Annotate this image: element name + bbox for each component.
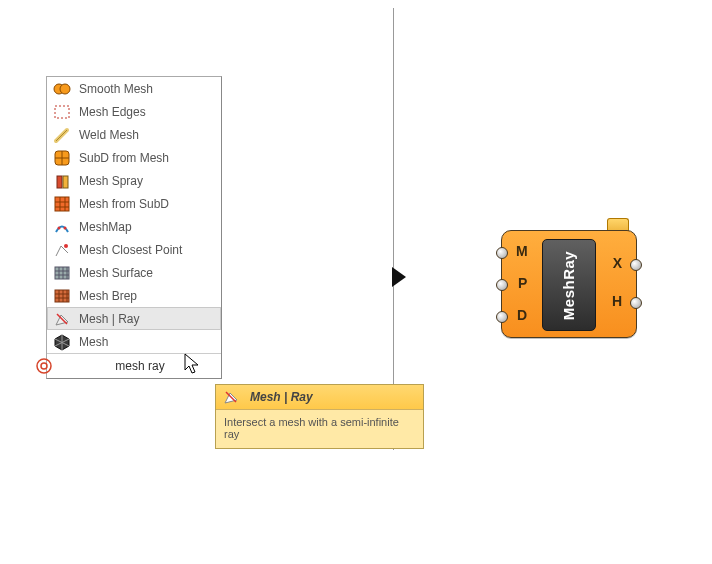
menu-item-mesh-ray[interactable]: Mesh | Ray: [47, 307, 221, 330]
component-search-menu: Smooth Mesh Mesh Edges Weld Mesh SubD fr…: [46, 76, 222, 379]
svg-rect-2: [55, 106, 69, 118]
menu-item-label: Mesh from SubD: [79, 197, 169, 211]
weld-mesh-icon: [53, 126, 71, 144]
port-in-p: P: [518, 275, 527, 291]
meshmap-icon: [53, 218, 71, 236]
tooltip-header: Mesh | Ray: [216, 385, 423, 410]
menu-item-label: Weld Mesh: [79, 128, 139, 142]
menu-item-label: Mesh Closest Point: [79, 243, 182, 257]
tooltip-title: Mesh | Ray: [250, 390, 313, 404]
subd-from-mesh-icon: [53, 149, 71, 167]
svg-rect-4: [57, 176, 62, 188]
grip-in-m[interactable]: [496, 247, 508, 259]
mesh-surface-icon: [53, 264, 71, 282]
port-in-d: D: [517, 307, 527, 323]
menu-item-mesh-spray[interactable]: Mesh Spray: [47, 169, 221, 192]
menu-item-mesh-brep[interactable]: Mesh Brep: [47, 284, 221, 307]
menu-item-label: SubD from Mesh: [79, 151, 169, 165]
menu-item-label: Mesh Brep: [79, 289, 137, 303]
grip-out-x[interactable]: [630, 259, 642, 271]
port-in-m: M: [516, 243, 528, 259]
menu-item-label: Mesh Spray: [79, 174, 143, 188]
menu-item-mesh[interactable]: Mesh: [47, 330, 221, 353]
search-row: [47, 353, 221, 378]
grip-out-h[interactable]: [630, 297, 642, 309]
port-out-x: X: [613, 255, 622, 271]
node-body[interactable]: M P D X H MeshRay: [501, 230, 637, 338]
search-input[interactable]: [59, 356, 221, 376]
smooth-mesh-icon: [53, 80, 71, 98]
menu-item-subd-from-mesh[interactable]: SubD from Mesh: [47, 146, 221, 169]
menu-item-weld-mesh[interactable]: Weld Mesh: [47, 123, 221, 146]
mesh-closest-point-icon: [53, 241, 71, 259]
tooltip-body: Intersect a mesh with a semi-infinite ra…: [216, 410, 423, 448]
mesh-spray-icon: [53, 172, 71, 190]
meshray-node[interactable]: M P D X H MeshRay: [501, 230, 637, 338]
tooltip: Mesh | Ray Intersect a mesh with a semi-…: [215, 384, 424, 449]
mesh-from-subd-icon: [53, 195, 71, 213]
svg-rect-5: [63, 176, 68, 188]
menu-item-mesh-surface[interactable]: Mesh Surface: [47, 261, 221, 284]
svg-point-1: [60, 84, 70, 94]
menu-item-smooth-mesh[interactable]: Smooth Mesh: [47, 77, 221, 100]
mesh-icon: [53, 333, 71, 351]
svg-rect-6: [55, 197, 69, 211]
mesh-brep-icon: [53, 287, 71, 305]
play-arrow-icon: [390, 265, 408, 289]
svg-point-14: [41, 363, 47, 369]
port-out-h: H: [612, 293, 622, 309]
menu-item-mesh-closest-point[interactable]: Mesh Closest Point: [47, 238, 221, 261]
menu-item-label: Mesh: [79, 335, 108, 349]
menu-item-label: Mesh Edges: [79, 105, 146, 119]
target-icon: [33, 355, 55, 377]
grip-in-p[interactable]: [496, 279, 508, 291]
menu-item-label: MeshMap: [79, 220, 132, 234]
svg-point-13: [37, 359, 51, 373]
node-title-text: MeshRay: [561, 250, 578, 319]
grip-in-d[interactable]: [496, 311, 508, 323]
node-title: MeshRay: [542, 239, 596, 331]
menu-item-mesh-from-subd[interactable]: Mesh from SubD: [47, 192, 221, 215]
menu-item-mesh-edges[interactable]: Mesh Edges: [47, 100, 221, 123]
svg-point-8: [64, 226, 67, 229]
menu-item-label: Mesh Surface: [79, 266, 153, 280]
svg-point-7: [58, 226, 61, 229]
mesh-ray-icon: [222, 388, 240, 406]
mesh-ray-icon: [53, 310, 71, 328]
menu-item-label: Smooth Mesh: [79, 82, 153, 96]
mesh-edges-icon: [53, 103, 71, 121]
menu-item-meshmap[interactable]: MeshMap: [47, 215, 221, 238]
menu-item-label: Mesh | Ray: [79, 312, 139, 326]
svg-point-9: [64, 244, 68, 248]
